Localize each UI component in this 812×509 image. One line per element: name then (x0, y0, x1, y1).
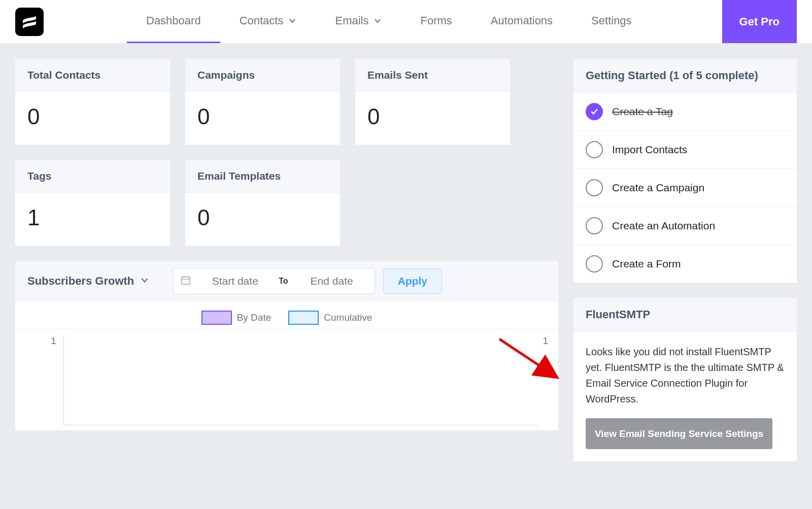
stat-total-contacts[interactable]: Total Contacts 0 (15, 59, 170, 145)
apply-label: Apply (398, 275, 427, 287)
chart-plot-area (63, 335, 538, 425)
gs-item-label: Create an Automation (612, 220, 715, 232)
chevron-down-icon (288, 17, 296, 25)
stat-value: 0 (355, 92, 510, 145)
circle-icon (586, 141, 603, 158)
growth-title-dropdown[interactable]: Subscribers Growth (27, 275, 149, 288)
legend-swatch-icon (201, 311, 232, 325)
stat-label: Campaigns (185, 59, 340, 92)
stat-value: 0 (185, 193, 340, 246)
date-range-separator: To (279, 277, 288, 286)
gs-item-label: Create a Campaign (612, 182, 704, 194)
stat-value: 1 (15, 193, 170, 246)
nav-forms[interactable]: Forms (401, 0, 471, 43)
start-date-input[interactable] (199, 275, 270, 287)
gs-item-create-campaign[interactable]: Create a Campaign (573, 169, 797, 207)
nav-label: Forms (420, 14, 452, 27)
nav-label: Dashboard (146, 14, 201, 27)
fluentsmtp-text: Looks like you did not install FluentSMT… (586, 344, 785, 407)
content: Total Contacts 0 Campaigns 0 Emails Sent… (0, 44, 812, 477)
chevron-down-icon (374, 17, 382, 25)
button-label: View Email Sending Service Settings (595, 428, 763, 439)
gs-item-label: Create a Form (612, 258, 681, 270)
nav-emails[interactable]: Emails (316, 0, 401, 43)
legend-swatch-icon (288, 311, 319, 325)
end-date-input[interactable] (296, 275, 367, 287)
gs-item-create-form[interactable]: Create a Form (573, 245, 797, 283)
gs-item-create-tag[interactable]: Create a Tag (573, 93, 797, 131)
legend-label: By Date (237, 312, 272, 323)
chart-legend: By Date Cumulative (15, 301, 558, 329)
stats-row-1: Total Contacts 0 Campaigns 0 Emails Sent… (15, 59, 558, 145)
logo-container (0, 0, 127, 43)
subscribers-growth-panel: Subscribers Growth To Ap (15, 261, 558, 430)
fluentsmtp-body: Looks like you did not install FluentSMT… (573, 332, 797, 461)
logo-icon (21, 13, 38, 30)
left-column: Total Contacts 0 Campaigns 0 Emails Sent… (15, 59, 558, 461)
get-pro-button[interactable]: Get Pro (722, 0, 797, 43)
chart-area: 1 1 (15, 329, 558, 430)
gs-item-label: Create a Tag (612, 106, 673, 118)
nav-label: Emails (335, 14, 368, 27)
stat-emails-sent[interactable]: Emails Sent 0 (355, 59, 510, 145)
getting-started-title: Getting Started (1 of 5 complete) (573, 59, 797, 93)
fluentsmtp-title: FluentSMTP (573, 298, 797, 332)
right-column: Getting Started (1 of 5 complete) Create… (573, 59, 797, 461)
calendar-icon (180, 275, 191, 288)
stats-row-2: Tags 1 Email Templates 0 (15, 160, 558, 246)
stat-label: Emails Sent (355, 59, 510, 92)
svg-rect-0 (182, 277, 190, 285)
circle-icon (586, 179, 603, 196)
circle-icon (586, 217, 603, 234)
view-smtp-settings-button[interactable]: View Email Sending Service Settings (586, 418, 772, 449)
top-navbar: Dashboard Contacts Emails Forms Automati… (0, 0, 812, 44)
nav-dashboard[interactable]: Dashboard (127, 0, 220, 43)
stat-value: 0 (185, 92, 340, 145)
getting-started-panel: Getting Started (1 of 5 complete) Create… (573, 59, 797, 283)
y-axis-right-tick: 1 (543, 335, 548, 347)
gs-item-import-contacts[interactable]: Import Contacts (573, 131, 797, 169)
nav-automations[interactable]: Automations (471, 0, 572, 43)
chevron-down-icon (140, 275, 149, 288)
stat-label: Total Contacts (15, 59, 170, 92)
nav-label: Settings (591, 14, 632, 27)
check-circle-icon (586, 103, 603, 120)
stat-campaigns[interactable]: Campaigns 0 (185, 59, 340, 145)
getting-started-list: Create a Tag Import Contacts Create a Ca… (573, 93, 797, 283)
nav-items: Dashboard Contacts Emails Forms Automati… (127, 0, 722, 43)
nav-label: Contacts (240, 14, 284, 27)
growth-title-label: Subscribers Growth (27, 275, 134, 288)
date-range-picker[interactable]: To (173, 268, 375, 294)
gs-item-label: Import Contacts (612, 144, 687, 156)
nav-label: Automations (491, 14, 553, 27)
circle-icon (586, 255, 603, 273)
y-axis-left-tick: 1 (51, 335, 56, 347)
growth-header: Subscribers Growth To Ap (15, 261, 558, 301)
stat-email-templates[interactable]: Email Templates 0 (185, 160, 340, 246)
nav-settings[interactable]: Settings (572, 0, 651, 43)
fluentsmtp-panel: FluentSMTP Looks like you did not instal… (573, 298, 797, 461)
stat-tags[interactable]: Tags 1 (15, 160, 170, 246)
stat-value: 0 (15, 92, 170, 145)
stat-label: Tags (15, 160, 170, 193)
nav-contacts[interactable]: Contacts (220, 0, 316, 43)
gs-item-create-automation[interactable]: Create an Automation (573, 207, 797, 245)
legend-cumulative[interactable]: Cumulative (288, 311, 372, 325)
app-logo[interactable] (15, 8, 44, 36)
legend-label: Cumulative (324, 312, 372, 323)
get-pro-label: Get Pro (739, 15, 780, 28)
stat-label: Email Templates (185, 160, 340, 193)
legend-by-date[interactable]: By Date (201, 311, 272, 325)
apply-button[interactable]: Apply (383, 268, 442, 294)
